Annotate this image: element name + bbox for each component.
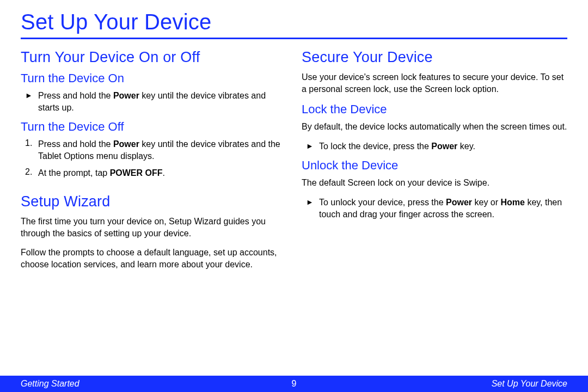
- heading-secure-device: Secure Your Device: [302, 49, 567, 66]
- right-column: Secure Your Device Use your device's scr…: [302, 47, 567, 278]
- bullet-item: ► Press and hold the Power key until the…: [21, 90, 286, 113]
- paragraph: The first time you turn your device on, …: [21, 216, 286, 239]
- triangle-bullet-icon: ►: [25, 90, 38, 113]
- title-rule: [21, 38, 567, 39]
- bullet-text: To unlock your device, press the Power k…: [319, 197, 567, 220]
- footer-right: Set Up Your Device: [302, 379, 567, 389]
- paragraph: The default Screen lock on your device i…: [302, 177, 567, 189]
- heading-unlock-device: Unlock the Device: [302, 158, 567, 173]
- page-footer: Getting Started 9 Set Up Your Device: [0, 376, 588, 392]
- numbered-item: 2. At the prompt, tap POWER OFF.: [21, 167, 286, 179]
- footer-left: Getting Started: [21, 379, 286, 389]
- heading-turn-off: Turn the Device Off: [21, 120, 286, 134]
- footer-page-number: 9: [286, 379, 302, 389]
- paragraph: By default, the device locks automatical…: [302, 121, 567, 133]
- page-container: Set Up Your Device Turn Your Device On o…: [0, 0, 588, 392]
- bullet-item: ► To unlock your device, press the Power…: [302, 197, 567, 220]
- step-text: Press and hold the Power key until the d…: [38, 138, 286, 162]
- bullet-item: ► To lock the device, press the Power ke…: [302, 140, 567, 152]
- heading-turn-on: Turn the Device On: [21, 71, 286, 85]
- page-title: Set Up Your Device: [21, 10, 567, 34]
- step-text: At the prompt, tap POWER OFF.: [38, 167, 165, 179]
- left-column: Turn Your Device On or Off Turn the Devi…: [21, 47, 286, 278]
- columns: Turn Your Device On or Off Turn the Devi…: [21, 47, 567, 278]
- triangle-bullet-icon: ►: [306, 197, 319, 220]
- step-number: 2.: [25, 167, 38, 179]
- step-number: 1.: [25, 138, 38, 162]
- numbered-item: 1. Press and hold the Power key until th…: [21, 138, 286, 162]
- bullet-text: Press and hold the Power key until the d…: [38, 90, 286, 113]
- heading-setup-wizard: Setup Wizard: [21, 193, 286, 210]
- triangle-bullet-icon: ►: [306, 140, 319, 152]
- heading-lock-device: Lock the Device: [302, 102, 567, 117]
- paragraph: Follow the prompts to choose a default l…: [21, 247, 286, 270]
- heading-turn-on-off: Turn Your Device On or Off: [21, 49, 286, 66]
- bullet-text: To lock the device, press the Power key.: [319, 140, 475, 152]
- paragraph: Use your device's screen lock features t…: [302, 71, 567, 95]
